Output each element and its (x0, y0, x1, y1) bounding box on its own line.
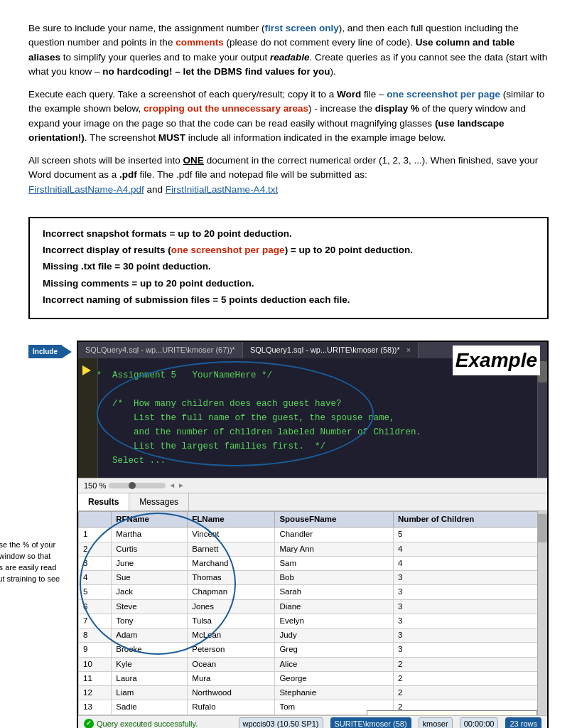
p2-blue: one screenshot per page (387, 89, 500, 100)
example-area: Example SQLQuery4.sql - wp...URITE\kmose… (77, 341, 549, 728)
table-row: 5JackChapmanSarah3 (79, 585, 547, 599)
table-row: 3JuneMarchandSam4 (79, 556, 547, 570)
col-numchildren: Number of Children (394, 512, 547, 528)
status-conn: SURITE\kmoser (58) (330, 717, 411, 729)
p1-text: Be sure to include your name, the assign… (28, 23, 264, 33)
p3-links: FirstInitialLastName-A4.pdf and FirstIni… (28, 184, 278, 195)
p1-comments: comments (176, 37, 224, 48)
table-row: 10KyleOceanAlice2 (79, 657, 547, 671)
paragraph-1: Be sure to include your name, the assign… (28, 21, 549, 79)
p1-italic: readable (270, 52, 310, 63)
include-arrow (62, 346, 72, 358)
table-row: 1MarthaVincentChandler5 (79, 528, 547, 542)
table-row: 4SueThomasBob3 (79, 571, 547, 585)
p2-rest4: . The screenshot (85, 132, 158, 143)
p2-must: MUST (158, 132, 185, 143)
table-row: 9BrookePetersonGreg3 (79, 643, 547, 657)
p3-and: and (144, 184, 166, 195)
table-row: 11LauraMuraGeorge2 (79, 671, 547, 685)
paragraph-3: All screen shots will be inserted into O… (28, 154, 549, 197)
p2-rest5: include all information indicated in the… (185, 132, 446, 143)
table-row: 7TonyTulsaEvelyn3 (79, 614, 547, 628)
zoom-arrows: ◄ ► (168, 480, 185, 491)
table-row: 8AdamMcLeanJudy3 (79, 628, 547, 643)
results-tabs: Results Messages (78, 493, 547, 511)
paragraph-2: Execute each query. Take a screenshot of… (28, 87, 549, 145)
p3-link1: FirstInitialLastName-A4.pdf (28, 184, 144, 195)
col-rfname: RFName (112, 512, 188, 528)
col-flname: FLName (188, 512, 275, 528)
sql-tab-2[interactable]: SQLQuery1.sql - wp...URITE\kmoser (58))*… (243, 342, 419, 358)
sql-code-area: /* Assignment 5 YourNameHere */ /* How m… (78, 358, 547, 478)
status-bar: ✓ Query executed successfully. wpccis03 … (78, 715, 547, 729)
col-rownum (79, 512, 112, 528)
p2-start: Execute each query. Take a screenshot of… (28, 89, 337, 100)
status-time: 00:00:00 (460, 717, 499, 729)
results-tab-messages[interactable]: Messages (129, 493, 189, 510)
example-label: Example (453, 346, 540, 375)
results-tab-results[interactable]: Results (78, 493, 129, 510)
p2-mid: file – (361, 89, 387, 100)
include-label: Include (28, 345, 62, 358)
zoom-thumb (129, 482, 136, 489)
status-user: kmoser (419, 717, 453, 729)
include-arrow-container: Include (28, 345, 72, 358)
p2-red: cropping out the unnecessary areas (144, 103, 308, 114)
left-note: Increase the % of your query window so t… (0, 540, 67, 596)
p1-rest3: to simplify your queries and to make you… (60, 52, 270, 63)
p1-rest5: ). (330, 66, 336, 77)
table-row: 12LiamNorthwoodStephanie2 (79, 686, 547, 700)
rule-4: Missing comments = up to 20 point deduct… (43, 277, 534, 291)
rule-1: Incorrect snapshot formats = up to 20 po… (43, 227, 534, 241)
p2-display: display % (375, 103, 419, 114)
example-container: Include Example SQLQuery4.sql - wp...URI… (77, 341, 549, 728)
editor-scrollbar (537, 358, 547, 478)
rule-3: Missing .txt file = 30 point deduction. (43, 259, 534, 274)
p3-start: All screen shots will be inserted into (28, 155, 183, 166)
rules-box: Incorrect snapshot formats = up to 20 po… (28, 217, 549, 319)
sql-tab-1[interactable]: SQLQuery4.sql - wp...URITE\kmoser (67))* (78, 342, 243, 358)
sql-indicator (82, 365, 91, 375)
results-area: RFName FLName SpouseFName Number of Chil… (78, 511, 547, 715)
status-success: ✓ Query executed successfully. (84, 718, 198, 729)
status-rows: 23 rows (505, 717, 541, 729)
table-row: 2CurtisBarnettMary Ann4 (79, 542, 547, 556)
p1-bold2: no hardcoding! – let the DBMS find value… (102, 66, 330, 77)
p1-blue: first screen only (264, 23, 338, 33)
results-scrollbar[interactable] (537, 511, 547, 715)
rule-5: Incorrect naming of submission files = 5… (43, 293, 534, 307)
table-row: 6SteveJonesDiane3 (79, 599, 547, 614)
p3-link2: FirstInitialLastName-A4.txt (166, 184, 278, 195)
status-server: wpccis03 (10.50 SP1) (239, 717, 323, 729)
status-check-icon: ✓ (84, 719, 94, 728)
rule-2: Incorrect display of results (one screen… (43, 243, 534, 257)
zoom-bar: 150 % ◄ ► (78, 478, 547, 494)
p1-rest2: (please do not comment every line of cod… (224, 37, 416, 48)
query-note-box: One query per screen shot - the entire s… (367, 710, 537, 715)
results-table: RFName FLName SpouseFName Number of Chil… (78, 511, 547, 715)
p2-word: Word (337, 89, 361, 100)
results-scroll-thumb (538, 514, 547, 542)
p3-one: ONE (183, 155, 204, 166)
p3-rest2: file. The .pdf file and notepad file wil… (137, 169, 367, 180)
status-text: Query executed successfully. (97, 718, 198, 729)
zoom-level: 150 % (84, 480, 106, 492)
sql-code: /* Assignment 5 YourNameHere */ /* How m… (88, 363, 526, 473)
p2-rest2: ) - increase the (308, 103, 375, 114)
zoom-slider[interactable] (109, 483, 166, 488)
col-spousefname: SpouseFName (275, 512, 394, 528)
p3-pdf: .pdf (119, 169, 137, 180)
sql-gutter (78, 358, 98, 478)
